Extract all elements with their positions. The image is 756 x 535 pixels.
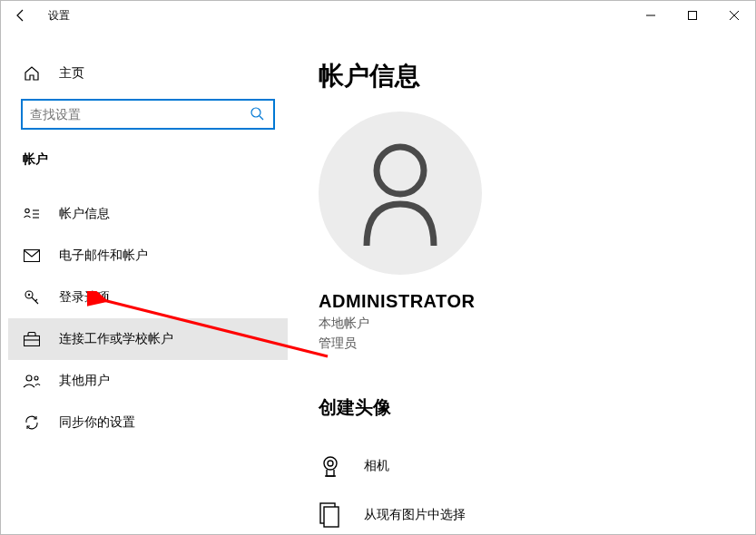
search-icon bbox=[250, 106, 266, 123]
picture-icon bbox=[319, 502, 342, 528]
sync-icon bbox=[23, 414, 41, 431]
home-label: 主页 bbox=[59, 65, 84, 82]
back-button[interactable] bbox=[1, 1, 41, 30]
titlebar: 设置 bbox=[1, 1, 755, 30]
minimize-icon bbox=[646, 11, 655, 20]
sidebar-item-label: 同步你的设置 bbox=[59, 414, 135, 431]
close-icon bbox=[730, 11, 739, 20]
svg-point-20 bbox=[324, 457, 337, 470]
sidebar-item-sync-settings[interactable]: 同步你的设置 bbox=[8, 402, 288, 443]
camera-icon bbox=[319, 454, 342, 478]
svg-line-13 bbox=[32, 297, 38, 304]
svg-point-21 bbox=[328, 461, 333, 466]
account-type: 本地帐户 bbox=[319, 316, 755, 332]
option-label: 从现有图片中选择 bbox=[364, 507, 466, 523]
sidebar-item-signin-options[interactable]: 登录选项 bbox=[8, 277, 288, 318]
option-camera[interactable]: 相机 bbox=[319, 442, 755, 491]
sidebar-item-label: 其他用户 bbox=[59, 373, 110, 389]
search-box[interactable] bbox=[21, 99, 275, 130]
svg-line-14 bbox=[35, 299, 37, 301]
svg-line-5 bbox=[260, 116, 263, 120]
sidebar-item-other-users[interactable]: 其他用户 bbox=[8, 360, 288, 402]
home-nav[interactable]: 主页 bbox=[8, 55, 288, 92]
briefcase-icon bbox=[23, 332, 41, 346]
account-role: 管理员 bbox=[319, 336, 755, 352]
svg-rect-1 bbox=[689, 12, 697, 20]
svg-point-6 bbox=[25, 209, 29, 212]
page-title: 帐户信息 bbox=[319, 59, 755, 93]
maximize-icon bbox=[688, 11, 697, 20]
svg-point-4 bbox=[251, 108, 260, 117]
search-input[interactable] bbox=[30, 107, 250, 122]
back-arrow-icon bbox=[14, 8, 28, 23]
sidebar-item-label: 帐户信息 bbox=[59, 206, 110, 222]
sidebar-item-email-accounts[interactable]: 电子邮件和帐户 bbox=[8, 235, 288, 277]
window-title: 设置 bbox=[48, 8, 70, 24]
option-label: 相机 bbox=[364, 458, 389, 474]
person-card-icon bbox=[23, 208, 41, 220]
svg-point-19 bbox=[377, 147, 424, 194]
avatar-placeholder bbox=[319, 112, 482, 275]
svg-rect-24 bbox=[324, 507, 339, 527]
person-icon bbox=[350, 139, 450, 248]
main-content: 帐户信息 ADMINISTRATOR 本地帐户 管理员 创建头像 相机 bbox=[288, 30, 755, 534]
sidebar-section-header: 帐户 bbox=[8, 130, 288, 179]
create-avatar-header: 创建头像 bbox=[319, 395, 755, 420]
svg-point-18 bbox=[34, 376, 38, 380]
maximize-button[interactable] bbox=[672, 1, 713, 30]
svg-point-12 bbox=[28, 294, 30, 296]
account-username: ADMINISTRATOR bbox=[319, 291, 755, 312]
key-icon bbox=[23, 289, 41, 306]
close-button[interactable] bbox=[713, 1, 755, 30]
mail-icon bbox=[23, 249, 41, 262]
left-accent-strip bbox=[1, 30, 8, 534]
sidebar-item-label: 登录选项 bbox=[59, 289, 110, 306]
option-browse-picture[interactable]: 从现有图片中选择 bbox=[319, 491, 755, 534]
home-icon bbox=[23, 65, 41, 82]
sidebar-item-work-school[interactable]: 连接工作或学校帐户 bbox=[8, 318, 288, 360]
sidebar: 主页 帐户 帐户信息 bbox=[8, 30, 288, 534]
people-icon bbox=[23, 374, 41, 388]
svg-rect-15 bbox=[25, 336, 40, 346]
sidebar-item-label: 连接工作或学校帐户 bbox=[59, 331, 173, 347]
sidebar-item-account-info[interactable]: 帐户信息 bbox=[8, 193, 288, 235]
sidebar-item-label: 电子邮件和帐户 bbox=[59, 248, 148, 264]
svg-point-17 bbox=[26, 375, 32, 381]
minimize-button[interactable] bbox=[630, 1, 672, 30]
